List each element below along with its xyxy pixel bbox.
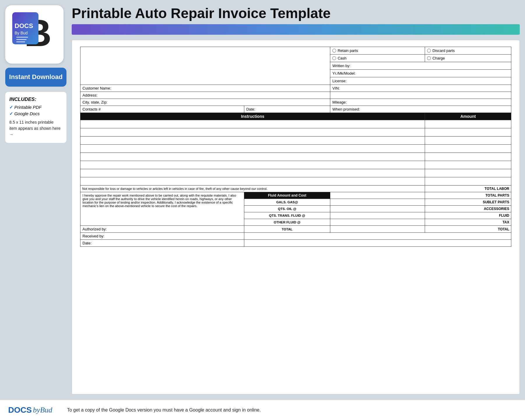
radio-circle-3 <box>332 56 336 60</box>
instruction-row-4 <box>80 145 511 153</box>
logo-box: B DOCS By Bud <box>5 5 64 64</box>
instruction-row-2 <box>80 128 511 136</box>
svg-rect-5 <box>16 37 28 38</box>
brand-logo: B DOCS By Bud <box>8 8 61 61</box>
footer-bybud-text: byBud <box>33 406 52 414</box>
auth-row: I hereby approve the repair work mention… <box>80 192 511 199</box>
instant-download-badge[interactable]: Instant Download <box>5 68 66 87</box>
date-row: Date: <box>80 240 511 247</box>
radio-cash: Cash <box>332 56 423 60</box>
instruction-row-6 <box>80 161 511 169</box>
top-row: Retain parts Discard parts <box>80 47 511 55</box>
description-text: 8.5 x 11 inches printable item appears a… <box>9 119 62 138</box>
instruction-row-3 <box>80 136 511 145</box>
page-title: Printable Auto Repair Invoice Template <box>72 5 520 21</box>
footer-logo: DOCS byBud <box>8 405 61 415</box>
radio-retain-parts: Retain parts <box>332 48 423 53</box>
instruction-row-7 <box>80 169 511 177</box>
includes-title: INCLUDES: <box>9 97 62 102</box>
logo-inner: B DOCS By Bud <box>8 8 61 61</box>
instruction-row-8 <box>80 177 511 186</box>
svg-rect-7 <box>16 41 25 42</box>
sidebar: B DOCS By Bud <box>5 5 66 394</box>
contacts-row: Contacts # Date: When promised: <box>80 106 511 113</box>
city-state-row: City, state, Zip: Mileage: <box>80 99 511 106</box>
check-icon-2: ✓ <box>9 111 13 116</box>
radio-charge: Charge <box>427 56 509 60</box>
footer: DOCS byBud To get a copy of the Google D… <box>0 400 525 420</box>
radio-circle <box>332 49 336 52</box>
includes-section: INCLUDES: ✓ Printable PDF ✓ Google Docs … <box>5 92 66 143</box>
radio-circle-2 <box>427 49 431 52</box>
includes-item-gdocs: ✓ Google Docs <box>9 111 62 116</box>
radio-discard-parts: Discard parts <box>427 48 509 53</box>
instructions-header-row: Instructions Amount <box>80 113 511 120</box>
right-content: Printable Auto Repair Invoice Template R… <box>72 5 520 394</box>
invoice-table: Retain parts Discard parts <box>80 47 511 247</box>
authorized-by-row: Authorized by: TOTAL TOTAL <box>80 226 511 233</box>
address-row: Address: <box>80 92 511 99</box>
gradient-bar <box>72 24 520 35</box>
check-icon: ✓ <box>9 105 13 110</box>
svg-text:DOCS: DOCS <box>15 22 33 29</box>
invoice-container: Retain parts Discard parts <box>72 40 520 394</box>
svg-rect-6 <box>16 39 27 40</box>
received-by-row: Received by: <box>80 233 511 240</box>
instruction-row-1 <box>80 120 511 128</box>
customer-name-row: Customer Name: VIN: <box>80 85 511 92</box>
disclaimer-row: Not responsible for loss or damage to ve… <box>80 186 511 192</box>
footer-text: To get a copy of the Google Docs version… <box>67 407 517 413</box>
footer-docs-text: DOCS <box>8 405 32 415</box>
instruction-row-5 <box>80 153 511 161</box>
svg-text:By Bud: By Bud <box>15 31 28 35</box>
radio-circle-4 <box>427 56 431 60</box>
includes-item-pdf: ✓ Printable PDF <box>9 105 62 110</box>
